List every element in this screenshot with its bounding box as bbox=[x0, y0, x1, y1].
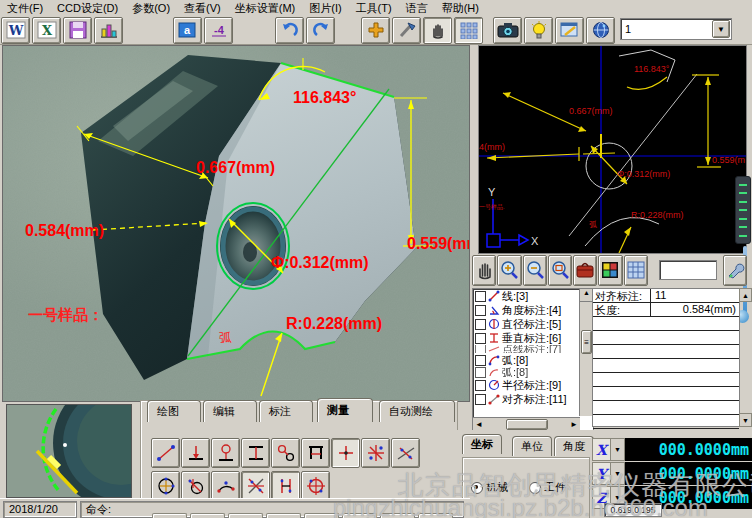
font-style-button[interactable]: a bbox=[173, 17, 202, 44]
menu-image[interactable]: 图片(I) bbox=[302, 0, 348, 17]
menu-language[interactable]: 语言 bbox=[399, 0, 435, 17]
tab-draw[interactable]: 绘图 bbox=[147, 400, 201, 422]
font-size-button[interactable]: -4 bbox=[204, 17, 233, 44]
checkbox[interactable] bbox=[475, 333, 486, 344]
measure-parallel-button[interactable] bbox=[271, 471, 300, 501]
menu-file[interactable]: 文件(F) bbox=[0, 0, 50, 17]
cad-tools-bag-button[interactable] bbox=[573, 255, 597, 286]
partial-button bbox=[418, 513, 453, 518]
list-item[interactable]: 线:[3] bbox=[473, 289, 578, 303]
list-item[interactable]: 弧:[8] bbox=[473, 353, 578, 367]
list-item[interactable]: 点线标注:[7] bbox=[473, 345, 578, 353]
export-excel-button[interactable]: X bbox=[32, 17, 61, 44]
checkbox[interactable] bbox=[475, 394, 486, 405]
list-item[interactable]: 垂直标注:[6] bbox=[473, 331, 578, 345]
partial-button bbox=[304, 513, 339, 518]
menu-tools[interactable]: 工具(T) bbox=[349, 0, 399, 17]
light-button[interactable] bbox=[524, 17, 553, 44]
checkbox[interactable] bbox=[475, 345, 486, 353]
list-item[interactable]: 半径标注:[9] bbox=[473, 378, 578, 392]
checkbox[interactable] bbox=[475, 367, 486, 378]
menu-ccd-settings[interactable]: CCD设定(D) bbox=[50, 0, 125, 17]
menu-parameters[interactable]: 参数(O) bbox=[125, 0, 177, 17]
measure-line-line-button[interactable] bbox=[241, 438, 270, 468]
measure-circle-button[interactable] bbox=[151, 471, 180, 501]
axis-x-dropdown[interactable]: ▼ bbox=[611, 438, 625, 461]
list-item[interactable]: 对齐标注:[11] bbox=[473, 392, 578, 406]
measure-cross-construct-button[interactable] bbox=[241, 471, 270, 501]
measure-arc-button[interactable] bbox=[211, 471, 240, 501]
cad-zoom-window-button[interactable] bbox=[548, 255, 572, 286]
light-level-indicator[interactable] bbox=[735, 176, 751, 244]
cad-filter-input[interactable] bbox=[659, 260, 717, 280]
pick-tool-button[interactable] bbox=[392, 17, 421, 44]
object-list-hscroll[interactable]: ◄ ► bbox=[473, 417, 580, 431]
axis-y-dropdown[interactable]: ▼ bbox=[611, 462, 625, 485]
checkbox[interactable] bbox=[475, 380, 486, 391]
measure-angle-button[interactable] bbox=[391, 438, 420, 468]
capture-button[interactable] bbox=[493, 17, 522, 44]
tab-auto-measure[interactable]: 自动测绘 bbox=[379, 400, 455, 422]
magnification-select[interactable]: 1 ▼ bbox=[620, 18, 730, 38]
measure-circle-scan-button[interactable] bbox=[181, 471, 210, 501]
cad-grid-button[interactable] bbox=[624, 255, 648, 286]
tab-coordinates[interactable]: 坐标 bbox=[462, 434, 502, 454]
align-dim-icon bbox=[488, 393, 500, 405]
export-word-button[interactable]: W bbox=[1, 17, 30, 44]
save-button[interactable] bbox=[63, 17, 92, 44]
menu-view[interactable]: 查看(V) bbox=[177, 0, 228, 17]
cad-drawing-view[interactable]: Y X 116.843° 0.667(mm) 4(mm) 0.559(m Φ:0… bbox=[478, 45, 747, 254]
cad-zoom-in-button[interactable] bbox=[497, 255, 521, 286]
radio-machine-coords[interactable]: 机械 bbox=[471, 480, 508, 495]
object-list-vscroll[interactable]: ▲ ≡ bbox=[579, 289, 593, 416]
grid-tool-button[interactable] bbox=[454, 17, 483, 44]
property-table[interactable]: 对齐标注: 11 长度: 0.584(mm) bbox=[592, 288, 740, 427]
pick-hammer-icon bbox=[397, 21, 417, 39]
cad-zoom-out-button[interactable] bbox=[523, 255, 547, 286]
radio-workpiece-coords[interactable]: 工件 bbox=[529, 480, 566, 495]
measure-point-button[interactable] bbox=[331, 438, 360, 468]
cad-layout-button[interactable] bbox=[598, 255, 622, 286]
list-item-label: 直径标注:[5] bbox=[502, 317, 561, 332]
undo-button[interactable] bbox=[275, 17, 304, 44]
measure-line-button[interactable] bbox=[151, 438, 180, 468]
chevron-down-icon[interactable]: ▼ bbox=[712, 20, 730, 38]
font-a-icon: a bbox=[178, 21, 198, 39]
tab-units[interactable]: 单位 bbox=[512, 436, 552, 456]
web-button[interactable] bbox=[586, 17, 615, 44]
property-row[interactable]: 长度: 0.584(mm) bbox=[593, 303, 739, 317]
checkbox[interactable] bbox=[475, 305, 486, 316]
measure-point-line-button[interactable] bbox=[181, 438, 210, 468]
measure-circle-line-button[interactable] bbox=[211, 438, 240, 468]
pan-tool-button[interactable] bbox=[423, 17, 452, 44]
list-item[interactable]: 弧:[8] bbox=[473, 367, 578, 378]
tab-edit[interactable]: 编辑 bbox=[203, 400, 257, 422]
cad-pan-button[interactable] bbox=[472, 255, 496, 286]
measure-width-button[interactable] bbox=[301, 438, 330, 468]
list-item[interactable]: 直径标注:[5] bbox=[473, 317, 578, 331]
camera-zoom-thumbnail[interactable] bbox=[6, 404, 132, 498]
tab-angle[interactable]: 角度 bbox=[554, 436, 594, 456]
redo-button[interactable] bbox=[306, 17, 335, 44]
cad-settings-button[interactable] bbox=[723, 255, 747, 286]
measurement-object-list[interactable]: 线:[3] 角度标注:[4] 直径标注:[5] 垂直标注:[6] 点线标注:[7 bbox=[472, 288, 594, 432]
property-scroll-up[interactable]: ▲ bbox=[739, 288, 752, 302]
measure-target-button[interactable] bbox=[301, 471, 330, 501]
note-button[interactable] bbox=[555, 17, 584, 44]
chart-button[interactable] bbox=[94, 17, 123, 44]
checkbox[interactable] bbox=[475, 319, 486, 330]
camera-live-view[interactable]: 116.843° 0.667(mm) 0.584(mm) 0.559(mm Φ:… bbox=[2, 45, 470, 402]
crosshair-tool-button[interactable] bbox=[361, 17, 390, 44]
list-item[interactable]: 角度标注:[4] bbox=[473, 303, 578, 317]
property-scroll-down[interactable]: ▼ bbox=[739, 413, 752, 427]
tab-annotate[interactable]: 标注 bbox=[259, 400, 313, 422]
partial-button bbox=[342, 513, 377, 518]
checkbox[interactable] bbox=[475, 355, 486, 366]
checkbox[interactable] bbox=[475, 291, 486, 302]
measure-circle-circle-button[interactable] bbox=[271, 438, 300, 468]
tab-measure[interactable]: 测量 bbox=[317, 398, 373, 422]
table-grid-icon bbox=[626, 260, 646, 280]
menu-help[interactable]: 帮助(H) bbox=[435, 0, 486, 17]
measure-intersect-button[interactable] bbox=[361, 438, 390, 468]
menu-coord-settings[interactable]: 坐标设置(M) bbox=[228, 0, 303, 17]
